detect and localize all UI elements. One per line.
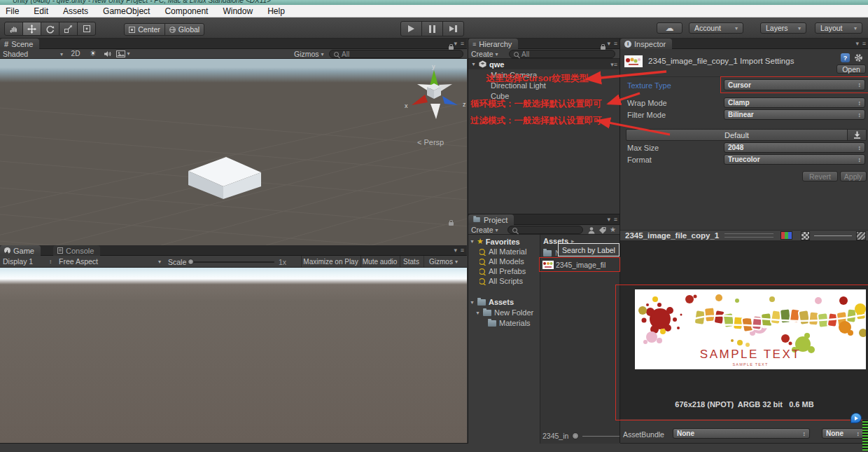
game-viewport[interactable] (0, 268, 467, 443)
rotate-tool-button[interactable] (41, 22, 59, 36)
alpha-channel-icon[interactable] (801, 231, 810, 240)
wrap-mode-dropdown[interactable]: Clamp↕ (724, 97, 865, 108)
menu-assets[interactable]: Assets (63, 6, 88, 16)
display-dropdown[interactable]: Display 1↕ (3, 257, 52, 266)
cloud-button[interactable]: ☁ (657, 22, 682, 34)
lock-icon[interactable] (601, 46, 606, 50)
stats-button[interactable]: Stats (400, 256, 422, 267)
chevron-down-icon[interactable]: ▾ (454, 41, 457, 47)
disclosure-icon[interactable]: ▼ (470, 239, 475, 244)
chevron-down-icon[interactable]: ▾ (607, 41, 610, 47)
favorite-all-models[interactable]: All Models (479, 257, 540, 266)
scene-root-row[interactable]: ▼ qwe ▾≡ (468, 59, 620, 69)
menu-window[interactable]: Window (223, 6, 253, 16)
hierarchy-search-field[interactable]: All (509, 50, 615, 58)
layout-dropdown[interactable]: Layout▾ (815, 22, 862, 34)
game-gizmos-dropdown[interactable]: Gizmos▾ (424, 256, 463, 267)
tree-item-new-folder[interactable]: ▼ New Folder (475, 308, 540, 317)
disclosure-icon[interactable]: ▼ (471, 62, 476, 67)
favorite-all-material[interactable]: All Material (479, 247, 540, 256)
menu-component[interactable]: Component (164, 6, 208, 16)
favorites-root[interactable]: ▼ ★ Favorites (470, 237, 520, 246)
platform-override-tab[interactable] (847, 130, 866, 140)
favorite-all-prefabs[interactable]: All Prefabs (479, 267, 540, 275)
2d-toggle-button[interactable]: 2D (67, 49, 84, 58)
assetbundle-variant-dropdown[interactable]: None↕ (822, 428, 864, 439)
scale-slider-track[interactable] (189, 261, 274, 263)
play-button[interactable] (400, 21, 422, 36)
max-size-dropdown[interactable]: 2048↕ (724, 142, 865, 153)
space-toggle-button[interactable]: Global (164, 23, 204, 36)
panel-menu-icon[interactable]: ▾≡ (610, 61, 617, 68)
apply-button[interactable]: Apply (840, 171, 867, 182)
panel-menu-icon[interactable]: ≡ (461, 41, 464, 47)
hierarchy-create-dropdown[interactable]: Create▾ (471, 50, 498, 58)
chevron-down-icon[interactable]: ▾ (454, 247, 457, 254)
open-button[interactable]: Open (836, 64, 866, 74)
lighting-toggle-button[interactable]: ☀ (87, 48, 99, 59)
tab-inspector[interactable]: i Inspector (620, 39, 672, 49)
effects-dropdown-button[interactable]: ▾ (115, 49, 132, 58)
maximize-on-play-button[interactable]: Maximize on Play (301, 256, 360, 267)
disclosure-icon[interactable]: ▼ (475, 310, 480, 315)
search-by-label-icon[interactable] (598, 226, 607, 234)
panel-menu-icon[interactable]: ≡ (614, 217, 617, 223)
perspective-label[interactable]: < Persp (417, 138, 444, 146)
tree-item-materials[interactable]: Materials (488, 319, 540, 327)
mip-slider-track[interactable] (814, 235, 852, 236)
tab-project[interactable]: Project (468, 214, 514, 225)
rect-tool-button[interactable] (77, 22, 96, 36)
menu-help[interactable]: Help (267, 6, 285, 16)
asset-row-image[interactable]: 2345_image_fil (542, 261, 620, 269)
scene-gizmos-dropdown[interactable]: Gizmos▾ (294, 50, 324, 58)
move-tool-button[interactable] (22, 22, 41, 36)
tab-hierarchy[interactable]: ≡ Hierarchy (468, 39, 518, 49)
thumbnail-size-slider-knob[interactable] (572, 432, 579, 439)
mipmap-icon[interactable] (856, 231, 866, 240)
disclosure-icon[interactable]: ▼ (470, 300, 475, 305)
lock-icon[interactable] (449, 46, 454, 50)
revert-button[interactable]: Revert (802, 171, 838, 182)
help-icon[interactable]: ? (841, 53, 850, 62)
thumbnail-size-slider-track[interactable] (582, 436, 622, 437)
rgb-channels-icon[interactable] (780, 231, 792, 240)
shading-mode-dropdown[interactable]: Shaded▾ (3, 50, 63, 58)
audio-toggle-button[interactable] (101, 49, 113, 58)
menu-edit[interactable]: Edit (34, 6, 48, 16)
filter-mode-dropdown[interactable]: Bilinear↕ (724, 109, 865, 120)
cube-object[interactable] (177, 149, 268, 205)
tab-console[interactable]: Console (53, 245, 100, 256)
lock-icon[interactable] (449, 222, 454, 226)
menu-file[interactable]: File (6, 6, 19, 16)
project-create-dropdown[interactable]: Create▾ (471, 226, 498, 234)
platform-tab-default[interactable]: Default (626, 131, 847, 139)
scale-tool-button[interactable] (59, 22, 78, 36)
tab-scene[interactable]: # Scene (0, 39, 39, 49)
panel-menu-icon[interactable]: ≡ (862, 41, 866, 47)
aspect-dropdown[interactable]: Free Aspect▾ (59, 257, 161, 266)
notification-bubble-icon[interactable] (850, 413, 862, 423)
favorite-all-scripts[interactable]: All Scripts (479, 277, 540, 285)
drag-handle[interactable] (724, 233, 774, 238)
x-axis-cone[interactable] (412, 95, 428, 105)
format-dropdown[interactable]: Truecolor↕ (724, 154, 865, 165)
assetbundle-dropdown[interactable]: None↕ (673, 428, 810, 439)
menu-gameobject[interactable]: GameObject (103, 6, 150, 16)
mute-audio-button[interactable]: Mute audio (360, 256, 398, 267)
y-axis-cone[interactable] (430, 70, 438, 85)
step-button[interactable] (442, 21, 464, 36)
pivot-toggle-button[interactable]: Center (124, 23, 165, 36)
project-search-field[interactable] (507, 226, 583, 234)
gear-icon[interactable] (854, 53, 863, 62)
scene-orientation-gizmo[interactable]: y x z (399, 60, 467, 130)
tree-item-assets[interactable]: ▼ Assets (470, 298, 514, 306)
panel-menu-icon[interactable]: ≡ (461, 247, 464, 254)
pause-button[interactable] (421, 21, 443, 36)
preview-header[interactable]: 2345_image_file_copy_1 (620, 230, 868, 241)
layers-dropdown[interactable]: Layers▾ (760, 22, 806, 34)
chevron-down-icon[interactable]: ▾ (855, 41, 859, 47)
hand-tool-button[interactable] (4, 22, 23, 36)
tab-game[interactable]: Game (0, 245, 41, 256)
scene-search-field[interactable]: All (329, 50, 463, 58)
z-axis-cone[interactable] (442, 96, 458, 105)
